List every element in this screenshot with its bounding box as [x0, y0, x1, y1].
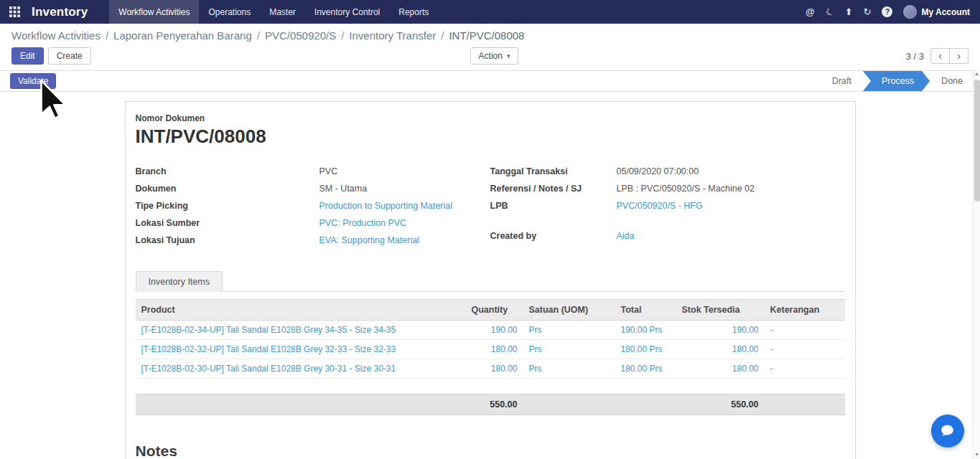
edit-button[interactable]: Edit — [11, 47, 44, 65]
stage-process[interactable]: Process — [863, 71, 930, 91]
dark-mode-icon[interactable]: ☾ — [824, 6, 835, 17]
menu-item-reports[interactable]: Reports — [389, 0, 438, 24]
scrollbar-thumb[interactable] — [974, 80, 980, 202]
notebook-tabs: Inventory Items — [136, 271, 845, 292]
totals-empty — [523, 394, 615, 415]
doc-number-label: Nomor Dokumen — [136, 113, 845, 123]
menu-item-inventory-control[interactable]: Inventory Control — [305, 0, 389, 24]
col-header-stok-tersedia[interactable]: Stok Tersedia — [676, 300, 765, 321]
field-groups: Branch PVC Dokumen SM - Utama Tipe Picki… — [136, 166, 845, 252]
app-title[interactable]: Inventory — [29, 0, 99, 24]
cell-quantity[interactable]: 190.00 — [466, 321, 523, 340]
cell-keterangan[interactable]: - — [765, 340, 845, 359]
statusbar: Validate Draft Process Done — [0, 70, 980, 92]
pager-prev-button[interactable]: ‹ — [930, 48, 950, 64]
col-header-keterangan[interactable]: Keterangan — [765, 300, 845, 321]
livechat-button[interactable] — [931, 415, 964, 448]
field-created-by: Created by Aida — [490, 231, 845, 248]
menu-item-workflow-activities[interactable]: Workflow Activities — [109, 0, 199, 24]
field-label: Dokumen — [136, 184, 319, 194]
field-value: LPB : PVC/050920/S - Machine 02 — [617, 184, 845, 194]
pager-next-button[interactable]: › — [949, 48, 969, 64]
field-label: Branch — [136, 166, 319, 176]
stage-draft[interactable]: Draft — [821, 71, 863, 91]
mention-icon[interactable]: @ — [806, 7, 815, 16]
cell-product[interactable]: [T-E1028B-02-30-UP] Tali Sandal E1028B G… — [136, 359, 466, 379]
arrow-up-icon[interactable]: ⬆ — [845, 7, 853, 16]
table-row[interactable]: [T-E1028B-02-30-UP] Tali Sandal E1028B G… — [136, 359, 845, 379]
tab-inventory-items[interactable]: Inventory Items — [136, 271, 223, 292]
action-dropdown-button[interactable]: Action ▾ — [470, 47, 519, 65]
breadcrumb: Workflow Activities / Laporan Penyerahan… — [0, 24, 980, 45]
field-value-link[interactable]: PVC/050920/S - HFG — [617, 201, 845, 211]
field-branch: Branch PVC — [136, 166, 490, 184]
col-header-quantity[interactable]: Quantity — [466, 300, 523, 321]
apps-grid-icon-svg — [9, 6, 20, 17]
field-label: Lokasi Sumber — [136, 218, 319, 228]
refresh-icon[interactable]: ↻ — [864, 7, 872, 16]
cell-total[interactable]: 190.00 Prs — [615, 321, 676, 340]
cell-stok[interactable]: 180.00 — [676, 340, 765, 359]
scroll-up-icon[interactable]: ▲ — [974, 69, 979, 78]
chat-bubble-icon — [939, 422, 956, 440]
breadcrumb-item-workflow-activities[interactable]: Workflow Activities — [11, 29, 101, 42]
table-row[interactable]: [T-E1028B-02-32-UP] Tali Sandal E1028B G… — [136, 340, 845, 359]
avatar — [903, 5, 917, 19]
cell-total[interactable]: 180.00 Prs — [615, 340, 676, 359]
field-value-link[interactable]: PVC: Production PVC — [319, 218, 490, 228]
field-dokumen: Dokumen SM - Utama — [136, 184, 490, 201]
scroll-down-icon[interactable]: ▼ — [974, 450, 979, 459]
cell-stok[interactable]: 190.00 — [676, 321, 765, 340]
table-row[interactable]: [T-E1028B-02-34-UP] Tali Sandal E1028B G… — [136, 321, 845, 340]
caret-down-icon: ▾ — [507, 52, 510, 60]
breadcrumb-item-laporan[interactable]: Laporan Penyerahan Barang — [113, 29, 252, 42]
breadcrumb-item-pvc-doc[interactable]: PVC/050920/S — [265, 29, 336, 42]
inventory-items-table: Product Quantity Satuan (UOM) Total Stok… — [136, 299, 845, 415]
breadcrumb-item-current: INT/PVC/08008 — [449, 29, 524, 42]
menu-item-operations[interactable]: Operations — [199, 0, 260, 24]
user-menu[interactable]: My Account — [903, 5, 970, 19]
cell-uom[interactable]: Prs — [523, 359, 615, 379]
col-header-uom[interactable]: Satuan (UOM) — [523, 300, 615, 321]
field-value: PVC — [319, 166, 490, 176]
cell-quantity[interactable]: 180.00 — [466, 359, 523, 379]
field-lokasi-sumber: Lokasi Sumber PVC: Production PVC — [136, 218, 490, 235]
table-totals-row: 550.00 550.00 — [136, 394, 845, 415]
totals-empty — [765, 394, 845, 415]
status-stages: Draft Process Done — [821, 71, 974, 91]
breadcrumb-item-inventory-transfer[interactable]: Inventory Transfer — [349, 29, 436, 42]
cell-product[interactable]: [T-E1028B-02-32-UP] Tali Sandal E1028B G… — [136, 340, 466, 359]
col-header-product[interactable]: Product — [136, 300, 466, 321]
vertical-scrollbar[interactable]: ▲ ▼ — [973, 69, 980, 459]
apps-grid-icon[interactable] — [0, 0, 29, 24]
field-value: 05/09/2020 07:00:00 — [617, 166, 845, 176]
cell-uom[interactable]: Prs — [523, 340, 615, 359]
cell-total[interactable]: 180.00 Prs — [615, 359, 676, 379]
cell-quantity[interactable]: 180.00 — [466, 340, 523, 359]
pager-buttons: ‹ › — [930, 48, 969, 64]
table-header-row: Product Quantity Satuan (UOM) Total Stok… — [136, 300, 845, 321]
field-value-link[interactable]: Production to Supporting Material — [319, 201, 490, 211]
control-row: Edit Create Action ▾ 3 / 3 ‹ › — [0, 45, 980, 70]
field-value: SM - Utama — [319, 184, 490, 194]
cell-stok[interactable]: 180.00 — [676, 359, 765, 379]
col-header-total[interactable]: Total — [615, 300, 676, 321]
field-label: Tanggal Transaksi — [490, 166, 617, 176]
field-label: Created by — [490, 231, 617, 241]
field-value-link[interactable]: Aida — [617, 231, 845, 241]
help-icon[interactable]: ? — [882, 6, 892, 17]
create-button[interactable]: Create — [48, 47, 91, 65]
field-value-link[interactable]: EVA: Supporting Material — [319, 235, 490, 245]
table-empty-row — [136, 379, 845, 394]
cell-product[interactable]: [T-E1028B-02-34-UP] Tali Sandal E1028B G… — [136, 321, 466, 340]
field-label: Tipe Picking — [136, 201, 319, 211]
cell-keterangan[interactable]: - — [765, 359, 845, 379]
breadcrumb-separator: / — [341, 29, 344, 42]
cell-uom[interactable]: Prs — [523, 321, 615, 340]
menu-item-master[interactable]: Master — [260, 0, 305, 24]
cell-keterangan[interactable]: - — [765, 321, 845, 340]
stage-done[interactable]: Done — [930, 71, 974, 91]
document-sheet: Nomor Dokumen INT/PVC/08008 Branch PVC D… — [125, 101, 856, 459]
field-label: LPB — [490, 201, 617, 211]
validate-button[interactable]: Validate — [10, 73, 56, 89]
